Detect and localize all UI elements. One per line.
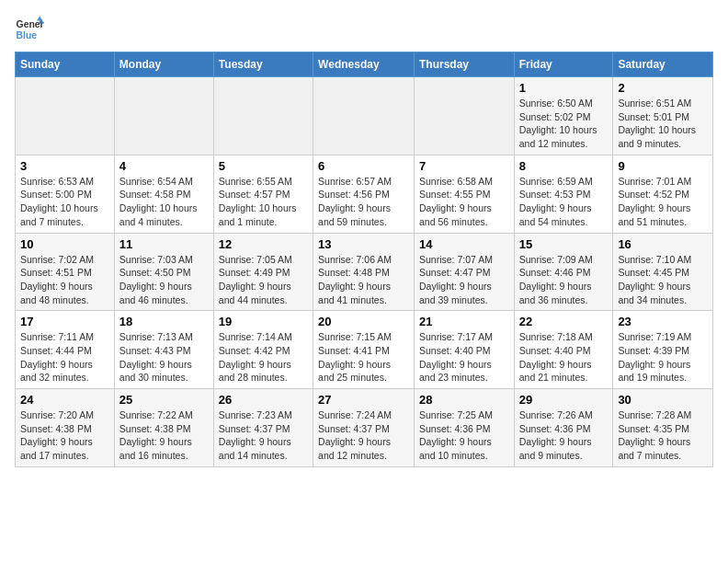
day-number: 14 xyxy=(419,237,509,251)
day-number: 13 xyxy=(318,237,409,251)
day-number: 30 xyxy=(618,393,708,407)
day-number: 15 xyxy=(519,237,609,251)
calendar-body: 1Sunrise: 6:50 AM Sunset: 5:02 PM Daylig… xyxy=(16,77,713,467)
calendar-cell: 5Sunrise: 6:55 AM Sunset: 4:57 PM Daylig… xyxy=(213,155,313,233)
day-detail: Sunrise: 7:10 AM Sunset: 4:45 PM Dayligh… xyxy=(618,253,708,307)
day-number: 23 xyxy=(618,315,708,328)
day-number: 26 xyxy=(219,393,308,407)
day-detail: Sunrise: 7:06 AM Sunset: 4:48 PM Dayligh… xyxy=(318,253,409,307)
calendar-cell: 11Sunrise: 7:03 AM Sunset: 4:50 PM Dayli… xyxy=(114,233,213,311)
day-detail: Sunrise: 7:07 AM Sunset: 4:47 PM Dayligh… xyxy=(419,253,509,307)
calendar-cell: 14Sunrise: 7:07 AM Sunset: 4:47 PM Dayli… xyxy=(414,233,514,311)
calendar-cell: 30Sunrise: 7:28 AM Sunset: 4:35 PM Dayli… xyxy=(613,389,713,467)
weekday-header-monday: Monday xyxy=(114,52,213,77)
day-number: 17 xyxy=(20,315,109,328)
logo-icon: General Blue xyxy=(15,15,44,44)
day-detail: Sunrise: 6:51 AM Sunset: 5:01 PM Dayligh… xyxy=(618,97,708,151)
calendar-cell: 18Sunrise: 7:13 AM Sunset: 4:43 PM Dayli… xyxy=(114,311,213,389)
day-detail: Sunrise: 7:02 AM Sunset: 4:51 PM Dayligh… xyxy=(20,253,109,307)
day-number: 24 xyxy=(20,393,109,407)
day-detail: Sunrise: 6:54 AM Sunset: 4:58 PM Dayligh… xyxy=(119,175,209,229)
calendar-cell: 12Sunrise: 7:05 AM Sunset: 4:49 PM Dayli… xyxy=(213,233,313,311)
day-detail: Sunrise: 6:55 AM Sunset: 4:57 PM Dayligh… xyxy=(219,175,308,229)
day-detail: Sunrise: 7:18 AM Sunset: 4:40 PM Dayligh… xyxy=(519,330,609,385)
day-detail: Sunrise: 6:50 AM Sunset: 5:02 PM Dayligh… xyxy=(519,97,609,151)
svg-text:Blue: Blue xyxy=(17,30,38,40)
day-detail: Sunrise: 6:58 AM Sunset: 4:55 PM Dayligh… xyxy=(419,175,509,229)
calendar-cell: 24Sunrise: 7:20 AM Sunset: 4:38 PM Dayli… xyxy=(16,389,115,467)
calendar-cell: 2Sunrise: 6:51 AM Sunset: 5:01 PM Daylig… xyxy=(613,77,713,155)
day-detail: Sunrise: 7:09 AM Sunset: 4:46 PM Dayligh… xyxy=(519,253,609,307)
calendar-cell: 8Sunrise: 6:59 AM Sunset: 4:53 PM Daylig… xyxy=(514,155,613,233)
calendar-cell: 27Sunrise: 7:24 AM Sunset: 4:37 PM Dayli… xyxy=(313,389,415,467)
day-detail: Sunrise: 7:01 AM Sunset: 4:52 PM Dayligh… xyxy=(618,175,708,229)
calendar-cell: 29Sunrise: 7:26 AM Sunset: 4:36 PM Dayli… xyxy=(514,389,613,467)
day-detail: Sunrise: 7:14 AM Sunset: 4:42 PM Dayligh… xyxy=(219,330,308,385)
day-number: 22 xyxy=(519,315,609,328)
day-number: 9 xyxy=(618,159,708,173)
calendar-cell: 25Sunrise: 7:22 AM Sunset: 4:38 PM Dayli… xyxy=(114,389,213,467)
day-detail: Sunrise: 6:53 AM Sunset: 5:00 PM Dayligh… xyxy=(20,175,109,229)
day-detail: Sunrise: 7:24 AM Sunset: 4:37 PM Dayligh… xyxy=(318,408,409,463)
calendar-week-5: 24Sunrise: 7:20 AM Sunset: 4:38 PM Dayli… xyxy=(16,389,713,467)
calendar-cell xyxy=(213,77,313,155)
calendar-cell: 23Sunrise: 7:19 AM Sunset: 4:39 PM Dayli… xyxy=(613,311,713,389)
day-detail: Sunrise: 6:59 AM Sunset: 4:53 PM Dayligh… xyxy=(519,175,609,229)
calendar-cell xyxy=(414,77,514,155)
calendar-week-4: 17Sunrise: 7:11 AM Sunset: 4:44 PM Dayli… xyxy=(16,311,713,389)
day-detail: Sunrise: 7:03 AM Sunset: 4:50 PM Dayligh… xyxy=(119,253,209,307)
calendar-cell: 22Sunrise: 7:18 AM Sunset: 4:40 PM Dayli… xyxy=(514,311,613,389)
calendar-week-3: 10Sunrise: 7:02 AM Sunset: 4:51 PM Dayli… xyxy=(16,233,713,311)
calendar-table: SundayMondayTuesdayWednesdayThursdayFrid… xyxy=(15,52,713,467)
day-number: 10 xyxy=(20,237,109,251)
calendar-cell: 4Sunrise: 6:54 AM Sunset: 4:58 PM Daylig… xyxy=(114,155,213,233)
day-number: 3 xyxy=(20,159,109,173)
calendar-week-1: 1Sunrise: 6:50 AM Sunset: 5:02 PM Daylig… xyxy=(16,77,713,155)
calendar-cell: 28Sunrise: 7:25 AM Sunset: 4:36 PM Dayli… xyxy=(414,389,514,467)
svg-marker-2 xyxy=(37,17,42,21)
calendar-cell: 9Sunrise: 7:01 AM Sunset: 4:52 PM Daylig… xyxy=(613,155,713,233)
weekday-header-row: SundayMondayTuesdayWednesdayThursdayFrid… xyxy=(16,52,713,77)
day-number: 21 xyxy=(419,315,509,328)
weekday-header-friday: Friday xyxy=(514,52,613,77)
logo: General Blue xyxy=(15,15,44,44)
day-detail: Sunrise: 7:11 AM Sunset: 4:44 PM Dayligh… xyxy=(20,330,109,385)
day-detail: Sunrise: 7:22 AM Sunset: 4:38 PM Dayligh… xyxy=(119,408,209,463)
calendar-cell: 17Sunrise: 7:11 AM Sunset: 4:44 PM Dayli… xyxy=(16,311,115,389)
day-detail: Sunrise: 7:23 AM Sunset: 4:37 PM Dayligh… xyxy=(219,408,308,463)
calendar-cell: 1Sunrise: 6:50 AM Sunset: 5:02 PM Daylig… xyxy=(514,77,613,155)
day-detail: Sunrise: 7:17 AM Sunset: 4:40 PM Dayligh… xyxy=(419,330,509,385)
day-number: 2 xyxy=(618,81,708,95)
weekday-header-saturday: Saturday xyxy=(613,52,713,77)
day-number: 1 xyxy=(519,81,609,95)
calendar-cell: 19Sunrise: 7:14 AM Sunset: 4:42 PM Dayli… xyxy=(213,311,313,389)
calendar-cell: 16Sunrise: 7:10 AM Sunset: 4:45 PM Dayli… xyxy=(613,233,713,311)
calendar-cell: 20Sunrise: 7:15 AM Sunset: 4:41 PM Dayli… xyxy=(313,311,415,389)
calendar-cell: 6Sunrise: 6:57 AM Sunset: 4:56 PM Daylig… xyxy=(313,155,415,233)
day-number: 16 xyxy=(618,237,708,251)
day-number: 27 xyxy=(318,393,409,407)
calendar-cell: 3Sunrise: 6:53 AM Sunset: 5:00 PM Daylig… xyxy=(16,155,115,233)
day-detail: Sunrise: 7:28 AM Sunset: 4:35 PM Dayligh… xyxy=(618,408,708,463)
day-number: 28 xyxy=(419,393,509,407)
calendar-cell: 21Sunrise: 7:17 AM Sunset: 4:40 PM Dayli… xyxy=(414,311,514,389)
weekday-header-thursday: Thursday xyxy=(414,52,514,77)
calendar-week-2: 3Sunrise: 6:53 AM Sunset: 5:00 PM Daylig… xyxy=(16,155,713,233)
day-number: 20 xyxy=(318,315,409,328)
day-detail: Sunrise: 7:26 AM Sunset: 4:36 PM Dayligh… xyxy=(519,408,609,463)
day-number: 18 xyxy=(119,315,209,328)
weekday-header-tuesday: Tuesday xyxy=(213,52,313,77)
day-number: 25 xyxy=(119,393,209,407)
calendar-cell xyxy=(16,77,115,155)
day-number: 5 xyxy=(219,159,308,173)
calendar-cell: 26Sunrise: 7:23 AM Sunset: 4:37 PM Dayli… xyxy=(213,389,313,467)
weekday-header-sunday: Sunday xyxy=(16,52,115,77)
calendar-cell xyxy=(114,77,213,155)
calendar-header: SundayMondayTuesdayWednesdayThursdayFrid… xyxy=(16,52,713,77)
day-detail: Sunrise: 7:13 AM Sunset: 4:43 PM Dayligh… xyxy=(119,330,209,385)
day-number: 19 xyxy=(219,315,308,328)
calendar-cell: 10Sunrise: 7:02 AM Sunset: 4:51 PM Dayli… xyxy=(16,233,115,311)
day-detail: Sunrise: 7:05 AM Sunset: 4:49 PM Dayligh… xyxy=(219,253,308,307)
day-number: 8 xyxy=(519,159,609,173)
calendar-cell: 15Sunrise: 7:09 AM Sunset: 4:46 PM Dayli… xyxy=(514,233,613,311)
